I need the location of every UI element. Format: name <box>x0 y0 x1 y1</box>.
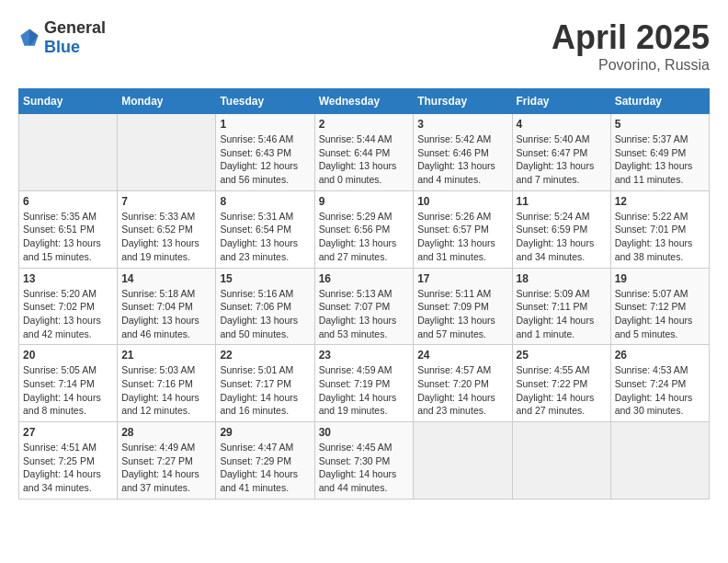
day-of-week-header: Saturday <box>610 89 709 114</box>
day-info: Sunrise: 5:35 AM Sunset: 6:51 PM Dayligh… <box>23 210 113 264</box>
calendar-week-row: 27Sunrise: 4:51 AM Sunset: 7:25 PM Dayli… <box>19 422 710 500</box>
day-info: Sunrise: 5:03 AM Sunset: 7:16 PM Dayligh… <box>121 363 211 418</box>
day-of-week-header: Thursday <box>414 89 512 114</box>
day-info: Sunrise: 5:33 AM Sunset: 6:52 PM Dayligh… <box>121 210 211 264</box>
calendar-cell <box>512 422 610 500</box>
calendar-cell: 11Sunrise: 5:24 AM Sunset: 6:59 PM Dayli… <box>512 190 610 268</box>
calendar-cell: 16Sunrise: 5:13 AM Sunset: 7:07 PM Dayli… <box>314 268 414 345</box>
calendar-cell: 26Sunrise: 4:53 AM Sunset: 7:24 PM Dayli… <box>610 345 709 422</box>
calendar-cell <box>610 422 709 500</box>
calendar-table: SundayMondayTuesdayWednesdayThursdayFrid… <box>18 88 710 500</box>
day-number: 17 <box>417 272 507 285</box>
calendar-cell: 20Sunrise: 5:05 AM Sunset: 7:14 PM Dayli… <box>19 345 118 422</box>
calendar-cell: 23Sunrise: 4:59 AM Sunset: 7:19 PM Dayli… <box>314 345 414 422</box>
day-number: 15 <box>220 272 310 285</box>
day-of-week-header: Tuesday <box>216 89 314 114</box>
calendar-cell <box>19 114 118 191</box>
day-number: 19 <box>615 272 705 285</box>
calendar-week-row: 1Sunrise: 5:46 AM Sunset: 6:43 PM Daylig… <box>19 114 710 191</box>
day-of-week-header: Monday <box>118 89 216 114</box>
day-number: 1 <box>220 118 310 131</box>
calendar-cell: 12Sunrise: 5:22 AM Sunset: 7:01 PM Dayli… <box>610 190 709 268</box>
calendar-week-row: 6Sunrise: 5:35 AM Sunset: 6:51 PM Daylig… <box>19 190 710 268</box>
day-number: 9 <box>319 195 410 208</box>
calendar-week-row: 20Sunrise: 5:05 AM Sunset: 7:14 PM Dayli… <box>19 345 710 422</box>
day-info: Sunrise: 5:18 AM Sunset: 7:04 PM Dayligh… <box>121 287 211 341</box>
day-number: 5 <box>615 118 705 131</box>
title-block: April 2025 Povorino, Russia <box>552 18 710 74</box>
day-info: Sunrise: 5:13 AM Sunset: 7:07 PM Dayligh… <box>319 287 410 341</box>
calendar-cell: 25Sunrise: 4:55 AM Sunset: 7:22 PM Dayli… <box>512 345 610 422</box>
calendar-cell: 4Sunrise: 5:40 AM Sunset: 6:47 PM Daylig… <box>512 114 610 191</box>
calendar-cell: 9Sunrise: 5:29 AM Sunset: 6:56 PM Daylig… <box>314 190 414 268</box>
logo-text: General Blue <box>44 18 106 57</box>
logo-general: General <box>44 18 106 37</box>
month-title: April 2025 <box>552 18 710 57</box>
calendar-cell: 6Sunrise: 5:35 AM Sunset: 6:51 PM Daylig… <box>19 190 118 268</box>
day-info: Sunrise: 4:59 AM Sunset: 7:19 PM Dayligh… <box>319 363 410 418</box>
day-number: 28 <box>121 426 211 439</box>
calendar-cell: 7Sunrise: 5:33 AM Sunset: 6:52 PM Daylig… <box>118 190 216 268</box>
header-row: SundayMondayTuesdayWednesdayThursdayFrid… <box>19 89 710 114</box>
location: Povorino, Russia <box>552 57 710 74</box>
day-number: 22 <box>220 349 310 362</box>
day-info: Sunrise: 5:42 AM Sunset: 6:46 PM Dayligh… <box>417 132 507 187</box>
logo: General Blue <box>18 18 106 57</box>
day-number: 13 <box>23 272 113 285</box>
day-info: Sunrise: 5:16 AM Sunset: 7:06 PM Dayligh… <box>220 287 310 341</box>
day-number: 23 <box>319 349 410 362</box>
calendar-body: 1Sunrise: 5:46 AM Sunset: 6:43 PM Daylig… <box>19 114 710 500</box>
day-number: 25 <box>517 349 607 362</box>
day-info: Sunrise: 4:51 AM Sunset: 7:25 PM Dayligh… <box>23 441 113 495</box>
day-of-week-header: Sunday <box>19 89 118 114</box>
calendar-cell: 17Sunrise: 5:11 AM Sunset: 7:09 PM Dayli… <box>414 268 512 345</box>
day-info: Sunrise: 5:40 AM Sunset: 6:47 PM Dayligh… <box>517 132 607 187</box>
calendar-cell: 28Sunrise: 4:49 AM Sunset: 7:27 PM Dayli… <box>118 422 216 500</box>
day-info: Sunrise: 4:55 AM Sunset: 7:22 PM Dayligh… <box>517 363 607 418</box>
day-info: Sunrise: 5:37 AM Sunset: 6:49 PM Dayligh… <box>615 132 705 187</box>
day-info: Sunrise: 4:53 AM Sunset: 7:24 PM Dayligh… <box>615 363 705 418</box>
day-info: Sunrise: 5:44 AM Sunset: 6:44 PM Dayligh… <box>319 132 410 187</box>
day-info: Sunrise: 5:07 AM Sunset: 7:12 PM Dayligh… <box>615 287 705 341</box>
day-info: Sunrise: 5:22 AM Sunset: 7:01 PM Dayligh… <box>615 210 705 264</box>
day-info: Sunrise: 5:11 AM Sunset: 7:09 PM Dayligh… <box>417 287 507 341</box>
day-number: 27 <box>23 426 113 439</box>
calendar-cell: 10Sunrise: 5:26 AM Sunset: 6:57 PM Dayli… <box>414 190 512 268</box>
calendar-header: SundayMondayTuesdayWednesdayThursdayFrid… <box>19 89 710 114</box>
day-number: 11 <box>517 195 607 208</box>
day-info: Sunrise: 4:45 AM Sunset: 7:30 PM Dayligh… <box>319 441 410 495</box>
day-number: 4 <box>517 118 607 131</box>
calendar-week-row: 13Sunrise: 5:20 AM Sunset: 7:02 PM Dayli… <box>19 268 710 345</box>
calendar-cell: 1Sunrise: 5:46 AM Sunset: 6:43 PM Daylig… <box>216 114 314 191</box>
day-info: Sunrise: 5:46 AM Sunset: 6:43 PM Dayligh… <box>220 132 310 187</box>
day-number: 10 <box>417 195 507 208</box>
day-info: Sunrise: 5:05 AM Sunset: 7:14 PM Dayligh… <box>23 363 113 418</box>
calendar-cell <box>414 422 512 500</box>
calendar-cell: 5Sunrise: 5:37 AM Sunset: 6:49 PM Daylig… <box>610 114 709 191</box>
calendar-cell: 3Sunrise: 5:42 AM Sunset: 6:46 PM Daylig… <box>414 114 512 191</box>
day-number: 24 <box>417 349 507 362</box>
calendar-cell: 13Sunrise: 5:20 AM Sunset: 7:02 PM Dayli… <box>19 268 118 345</box>
day-number: 16 <box>319 272 410 285</box>
page-header: General Blue April 2025 Povorino, Russia <box>18 18 710 74</box>
calendar-cell: 27Sunrise: 4:51 AM Sunset: 7:25 PM Dayli… <box>19 422 118 500</box>
day-number: 2 <box>319 118 410 131</box>
day-number: 30 <box>319 426 410 439</box>
calendar-cell: 15Sunrise: 5:16 AM Sunset: 7:06 PM Dayli… <box>216 268 314 345</box>
logo-blue: Blue <box>44 38 80 56</box>
day-info: Sunrise: 5:26 AM Sunset: 6:57 PM Dayligh… <box>417 210 507 264</box>
day-info: Sunrise: 5:29 AM Sunset: 6:56 PM Dayligh… <box>319 210 410 264</box>
calendar-cell: 14Sunrise: 5:18 AM Sunset: 7:04 PM Dayli… <box>118 268 216 345</box>
day-info: Sunrise: 4:49 AM Sunset: 7:27 PM Dayligh… <box>121 441 211 495</box>
calendar-cell: 18Sunrise: 5:09 AM Sunset: 7:11 PM Dayli… <box>512 268 610 345</box>
calendar-cell: 30Sunrise: 4:45 AM Sunset: 7:30 PM Dayli… <box>314 422 414 500</box>
day-number: 8 <box>220 195 310 208</box>
day-number: 29 <box>220 426 310 439</box>
day-of-week-header: Wednesday <box>314 89 414 114</box>
calendar-cell: 21Sunrise: 5:03 AM Sunset: 7:16 PM Dayli… <box>118 345 216 422</box>
day-info: Sunrise: 5:01 AM Sunset: 7:17 PM Dayligh… <box>220 363 310 418</box>
logo-icon <box>18 27 40 49</box>
day-info: Sunrise: 4:57 AM Sunset: 7:20 PM Dayligh… <box>417 363 507 418</box>
day-number: 12 <box>615 195 705 208</box>
day-number: 21 <box>121 349 211 362</box>
